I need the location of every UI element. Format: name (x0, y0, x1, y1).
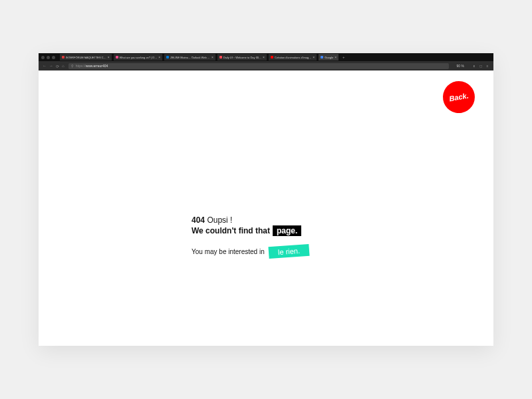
close-icon[interactable]: × (313, 55, 315, 59)
tab-strip: INTERFORUM MAQUETTES C… × What are you w… (39, 53, 493, 61)
browser-window: INTERFORUM MAQUETTES C… × What are you w… (39, 53, 493, 346)
close-icon[interactable]: × (211, 55, 213, 59)
menu-icon[interactable]: ≡ (485, 64, 489, 68)
favicon-icon (166, 56, 169, 59)
back-button-label: Back. (448, 92, 469, 103)
suggestion-text: You may be interested in (192, 248, 265, 255)
tab-outlook[interactable]: ZELINE Maëva – Outlook Web … × (164, 54, 215, 61)
tab-dailyui[interactable]: Daily UI :: Welcome to Day 00… × (217, 54, 267, 61)
favicon-icon (116, 56, 118, 59)
suggestion-line: You may be interested in le rien. (192, 245, 309, 257)
new-tab-button[interactable]: + (340, 55, 347, 59)
tab-label: Google (325, 56, 333, 59)
tab-label: What are you working on? | D… (120, 56, 158, 59)
error-subheading-text: We couldn't find that (192, 226, 270, 235)
toolbar: ← → ⟳ ⌂ ⚲ https://www.erreur404 90 % ⫿ ◻… (39, 61, 493, 70)
tab-interforum[interactable]: INTERFORUM MAQUETTES C… × (60, 54, 112, 61)
favicon-icon (271, 56, 273, 59)
url-host: www.erreur404 (86, 64, 108, 68)
url-protocol: https:// (76, 64, 86, 68)
error-heading: 404 Oupsi ! (192, 215, 309, 225)
back-icon[interactable]: ← (43, 64, 47, 68)
toolbar-right: ⫿ ◻ ≡ (472, 64, 489, 68)
favicon-icon (321, 56, 323, 59)
error-content: 404 Oupsi ! We couldn't find that page. … (192, 215, 309, 257)
address-bar[interactable]: ⚲ https://www.erreur404 (68, 63, 449, 69)
tab-label: INTERFORUM MAQUETTES C… (66, 56, 106, 59)
error-subheading: We couldn't find that page. (192, 225, 309, 236)
tab-label: ZELINE Maëva – Outlook Web … (170, 56, 210, 59)
error-exclaim: Oupsi ! (207, 215, 232, 225)
favicon-icon (219, 56, 222, 59)
close-window-dot[interactable] (41, 56, 45, 59)
forward-icon[interactable]: → (49, 64, 53, 68)
page-viewport: Back. 404 Oupsi ! We couldn't find that … (39, 70, 493, 346)
reload-icon[interactable]: ⟳ (56, 64, 59, 68)
account-icon[interactable]: ◻ (479, 64, 483, 68)
home-icon[interactable]: ⌂ (62, 64, 65, 68)
favicon-icon (62, 56, 65, 59)
suggestion-chip[interactable]: le rien. (268, 244, 309, 259)
tab-adobe[interactable]: Création d'animations d'imag… × (269, 54, 317, 61)
minimize-window-dot[interactable] (47, 56, 50, 59)
maximize-window-dot[interactable] (52, 56, 55, 59)
error-code: 404 (192, 215, 205, 225)
close-icon[interactable]: × (108, 55, 110, 59)
zoom-level[interactable]: 90 % (457, 64, 464, 68)
window-controls (41, 56, 55, 59)
tab-google[interactable]: Google × (319, 54, 338, 61)
tab-dribbble[interactable]: What are you working on? | D… × (114, 54, 163, 61)
tab-label: Daily UI :: Welcome to Day 00… (223, 56, 261, 59)
back-button[interactable]: Back. (440, 78, 477, 116)
url-text: https://www.erreur404 (76, 64, 108, 68)
close-icon[interactable]: × (158, 55, 160, 59)
search-icon: ⚲ (71, 64, 74, 68)
nav-buttons: ← → ⟳ ⌂ (43, 64, 65, 68)
close-icon[interactable]: × (334, 55, 336, 59)
close-icon[interactable]: × (263, 55, 265, 59)
tab-label: Création d'animations d'imag… (275, 56, 311, 59)
library-icon[interactable]: ⫿ (472, 64, 476, 68)
page-chip: page. (273, 225, 301, 236)
